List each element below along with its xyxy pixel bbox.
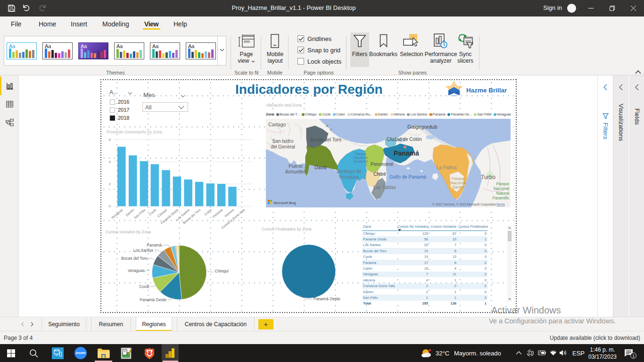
svg-text:Penonomé: Penonomé bbox=[371, 162, 394, 167]
svg-text:Microsoft Bing: Microsoft Bing bbox=[273, 201, 296, 205]
svg-text:Los Santos: Los Santos bbox=[133, 248, 153, 253]
svg-text:Colón: Colón bbox=[204, 208, 213, 216]
svg-text:Chiriquí: Chiriquí bbox=[215, 269, 229, 273]
svg-text:Promedio Desempeño by Zona: Promedio Desempeño by Zona bbox=[107, 130, 162, 134]
svg-text:Veraguas: Veraguas bbox=[110, 208, 124, 220]
svg-text:Natural: Natural bbox=[496, 191, 510, 196]
svg-text:Cursos Finalizados by Zona: Cursos Finalizados by Zona bbox=[262, 227, 312, 231]
svg-text:San Isidro: San Isidro bbox=[272, 139, 293, 144]
svg-text:Nacional: Nacional bbox=[494, 186, 509, 191]
svg-text:4: 4 bbox=[109, 160, 111, 164]
svg-text:Panamá: Panamá bbox=[212, 208, 223, 218]
svg-text:Panamá: Panamá bbox=[394, 149, 419, 157]
svg-text:Panamá Oeste: Panamá Oeste bbox=[314, 296, 340, 301]
svg-text:6: 6 bbox=[109, 138, 111, 142]
svg-text:Armuelles: Armuelles bbox=[285, 169, 306, 174]
svg-text:Parque: Parque bbox=[496, 181, 510, 186]
svg-text:Bocas del Toro: Bocas del Toro bbox=[121, 256, 148, 261]
svg-text:Darién: Darién bbox=[125, 208, 134, 217]
svg-text:Las Tablas: Las Tablas bbox=[373, 185, 396, 190]
svg-text:2: 2 bbox=[109, 182, 111, 186]
svg-text:Bocas del Toro: Bocas del Toro bbox=[310, 137, 341, 142]
svg-text:Golfo de Panamá: Golfo de Panamá bbox=[389, 174, 426, 180]
svg-text:Santiago de: Santiago de bbox=[336, 169, 362, 174]
svg-text:del General: del General bbox=[271, 144, 295, 149]
svg-text:0: 0 bbox=[109, 204, 111, 208]
svg-text:Chitré: Chitré bbox=[373, 172, 386, 177]
svg-text:Cartago: Cartago bbox=[268, 122, 286, 127]
svg-text:Ciudad de Colón: Ciudad de Colón bbox=[387, 137, 422, 142]
svg-text:Gaigirgordub: Gaigirgordub bbox=[407, 124, 438, 130]
svg-text:Panamá: Panamá bbox=[147, 243, 162, 247]
svg-text:San Félix: San Félix bbox=[133, 208, 146, 219]
svg-text:Terms: Terms bbox=[496, 203, 505, 206]
svg-text:Veraguas: Veraguas bbox=[339, 174, 359, 180]
svg-text:Santa Fé: Santa Fé bbox=[354, 159, 368, 164]
svg-text:Paramillo: Paramillo bbox=[493, 196, 510, 200]
svg-text:La Palma: La Palma bbox=[437, 165, 457, 170]
svg-text:Cursos Iniciados by Zona: Cursos Iniciados by Zona bbox=[106, 230, 151, 234]
svg-text:Panamá Oeste: Panamá Oeste bbox=[140, 297, 166, 302]
svg-text:David: David bbox=[314, 165, 327, 170]
svg-text:Veraguas: Veraguas bbox=[128, 268, 145, 273]
svg-text:Coclé: Coclé bbox=[139, 284, 149, 289]
svg-text:Puerto: Puerto bbox=[289, 164, 303, 169]
svg-text:Darién: Darién bbox=[452, 185, 464, 189]
svg-text:© 2022 TomTom, © 2023 Microsof: © 2022 TomTom, © 2023 Microsoft Corporat… bbox=[432, 203, 496, 206]
svg-text:Turbo: Turbo bbox=[481, 174, 495, 181]
svg-text:Coclé: Coclé bbox=[148, 208, 157, 216]
